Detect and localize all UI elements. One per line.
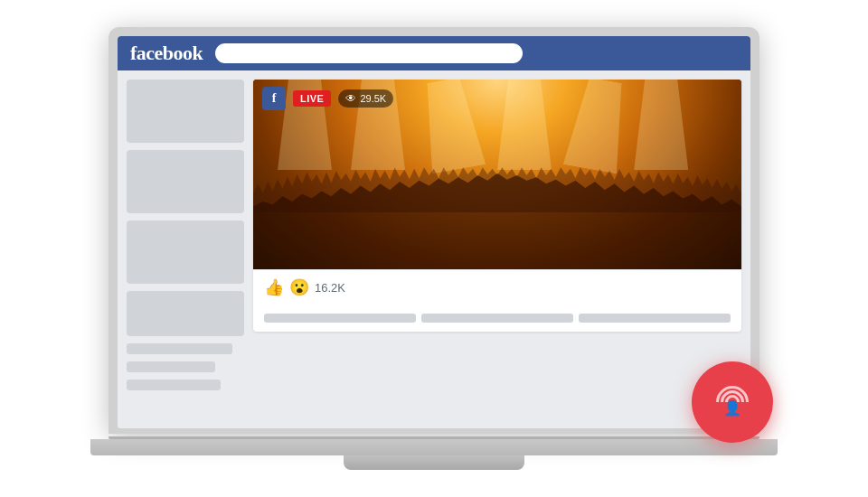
sidebar-placeholder-1 xyxy=(127,80,244,143)
live-badge: LIVE xyxy=(293,90,331,107)
laptop-base xyxy=(90,434,778,470)
video-overlay: f LIVE 👁 29.5K xyxy=(262,87,393,110)
wow-emoji: 😮 xyxy=(289,277,309,297)
sidebar-placeholder-4 xyxy=(127,291,244,336)
broadcast-button[interactable]: 👤 xyxy=(692,361,773,443)
laptop-device: facebook xyxy=(90,27,778,470)
sidebar-line-2 xyxy=(127,361,215,372)
bottom-line-3 xyxy=(579,314,731,323)
facebook-logo: facebook xyxy=(130,42,203,65)
eye-icon: 👁 xyxy=(345,92,356,105)
facebook-search-bar[interactable] xyxy=(215,43,523,63)
reaction-count: 16.2K xyxy=(315,281,345,295)
laptop-base-foot xyxy=(344,455,524,470)
facebook-main-feed: f LIVE 👁 29.5K 👍 xyxy=(253,80,741,419)
main-scene: facebook xyxy=(0,0,868,497)
light-beam-4 xyxy=(497,80,552,170)
facebook-sidebar xyxy=(127,80,244,419)
sidebar-placeholder-3 xyxy=(127,220,244,284)
light-beam-5 xyxy=(563,80,632,173)
sidebar-line-1 xyxy=(127,343,232,354)
like-emoji: 👍 xyxy=(264,277,284,297)
live-video-card: f LIVE 👁 29.5K 👍 xyxy=(253,80,741,332)
view-count-text: 29.5K xyxy=(360,93,386,104)
bottom-line-1 xyxy=(264,314,416,323)
light-beam-3 xyxy=(417,80,486,173)
person-icon: 👤 xyxy=(723,399,741,417)
sidebar-line-3 xyxy=(127,380,221,390)
reactions-bar: 👍 😮 16.2K xyxy=(253,269,741,305)
video-container[interactable]: f LIVE 👁 29.5K xyxy=(253,80,741,269)
sidebar-placeholder-2 xyxy=(127,150,244,213)
facebook-f-icon: f xyxy=(262,87,286,110)
broadcast-icon: 👤 xyxy=(714,384,750,420)
laptop-base-body xyxy=(90,439,778,455)
facebook-navbar: facebook xyxy=(118,36,750,70)
facebook-content: f LIVE 👁 29.5K 👍 xyxy=(118,70,750,428)
screen-bezel: facebook xyxy=(108,27,760,434)
laptop-screen: facebook xyxy=(118,36,750,428)
view-count-badge: 👁 29.5K xyxy=(338,89,393,108)
bottom-line-2 xyxy=(421,314,573,323)
light-beam-6 xyxy=(634,80,688,170)
